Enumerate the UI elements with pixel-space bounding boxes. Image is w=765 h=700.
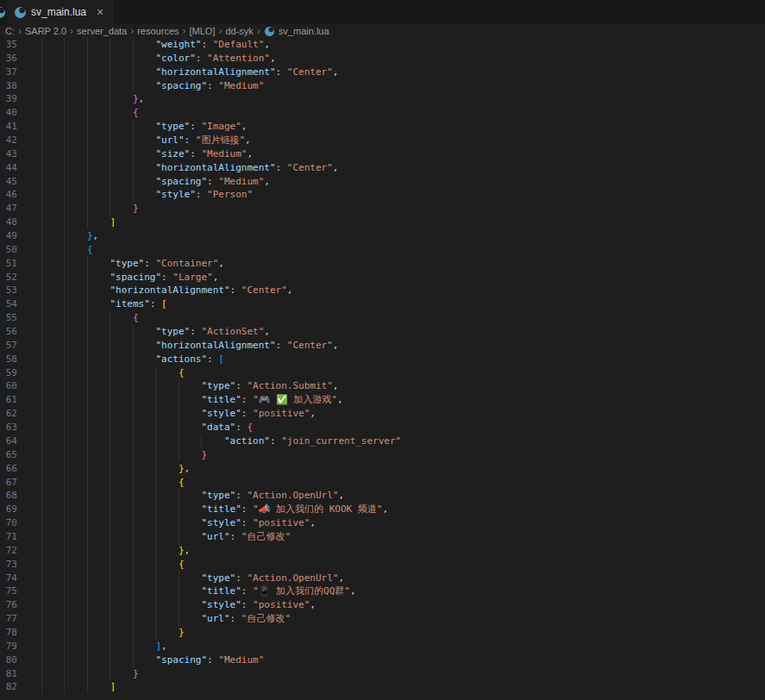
line-number[interactable]: 48 — [0, 216, 17, 229]
code-line[interactable]: 82] — [0, 680, 765, 694]
line-number[interactable]: 75 — [0, 584, 17, 598]
line-number[interactable]: 38 — [0, 79, 17, 93]
tab-sv-main-lua[interactable]: sv_main.lua × — [7, 0, 113, 24]
code-line[interactable]: 40{ — [0, 106, 765, 120]
breadcrumb-item[interactable]: server_data — [76, 26, 128, 36]
code-line[interactable]: 75"title": "📱 加入我们的QQ群", — [0, 584, 765, 598]
line-number[interactable]: 78 — [0, 626, 17, 640]
code-line[interactable]: 38"spacing": "Medium" — [0, 79, 765, 93]
code-line[interactable]: 67{ — [0, 476, 765, 490]
code-line[interactable]: 73{ — [0, 558, 765, 572]
code-line[interactable]: 78} — [0, 626, 765, 640]
code-line[interactable]: 53"horizontalAlignment": "Center", — [0, 284, 765, 297]
line-number[interactable]: 74 — [0, 572, 17, 585]
code-line[interactable]: 57"horizontalAlignment": "Center", — [0, 339, 765, 353]
line-number[interactable]: 77 — [0, 612, 17, 626]
code-line[interactable]: 58"actions": [ — [0, 353, 765, 366]
breadcrumb-item[interactable]: [MLO] — [189, 26, 216, 36]
line-number[interactable]: 42 — [0, 134, 17, 147]
code-line[interactable]: 60"type": "Action.Submit", — [0, 379, 765, 393]
code-line[interactable]: 36"color": "Attention", — [0, 52, 765, 66]
line-number[interactable]: 56 — [0, 325, 17, 339]
code-line[interactable]: 72}, — [0, 544, 765, 558]
line-number[interactable]: 37 — [0, 66, 17, 79]
breadcrumb-item[interactable]: resources — [136, 26, 179, 36]
line-number[interactable]: 41 — [0, 120, 17, 134]
breadcrumb-item[interactable]: dd-syk — [224, 26, 254, 36]
code-line[interactable]: 76"style": "positive", — [0, 598, 765, 612]
code-line[interactable]: 46"style": "Person" — [0, 188, 765, 202]
line-number[interactable]: 59 — [0, 366, 17, 380]
line-number[interactable]: 68 — [0, 489, 17, 503]
code-line[interactable]: 81} — [0, 667, 765, 681]
code-line[interactable]: 51"type": "Container", — [0, 257, 765, 271]
line-number[interactable]: 82 — [0, 680, 17, 694]
line-number[interactable]: 43 — [0, 147, 17, 161]
line-number[interactable]: 45 — [0, 175, 17, 189]
line-number[interactable]: 53 — [0, 284, 17, 297]
line-number[interactable]: 69 — [0, 503, 17, 516]
line-number[interactable]: 73 — [0, 558, 17, 572]
code-line[interactable]: 42"url": "图片链接", — [0, 134, 765, 147]
line-number[interactable]: 67 — [0, 476, 17, 490]
code-line[interactable]: 56"type": "ActionSet", — [0, 325, 765, 339]
line-number[interactable]: 63 — [0, 421, 17, 434]
code-line[interactable]: 68"type": "Action.OpenUrl", — [0, 489, 765, 503]
line-number[interactable]: 46 — [0, 188, 17, 202]
code-line[interactable]: 35"weight": "Default", — [0, 38, 765, 52]
line-number[interactable]: 40 — [0, 106, 17, 120]
line-number[interactable]: 71 — [0, 530, 17, 544]
code-line[interactable]: 64"action": "join_current_server" — [0, 434, 765, 448]
code-line[interactable]: 80"spacing": "Medium" — [0, 653, 765, 667]
partial-tab[interactable] — [0, 0, 7, 24]
code-line[interactable]: 66}, — [0, 462, 765, 476]
line-number[interactable]: 44 — [0, 161, 17, 175]
code-line[interactable]: 55{ — [0, 311, 765, 325]
code-area[interactable]: 35"weight": "Default",36"color": "Attent… — [0, 38, 765, 694]
code-line[interactable]: 54"items": [ — [0, 297, 765, 311]
line-number[interactable]: 39 — [0, 92, 17, 106]
code-line[interactable]: 77"url": "自己修改" — [0, 612, 765, 626]
line-number[interactable]: 64 — [0, 434, 17, 448]
code-line[interactable]: 61"title": "🎮 ✅ 加入游戏", — [0, 393, 765, 407]
code-line[interactable]: 45"spacing": "Medium", — [0, 175, 765, 189]
line-number[interactable]: 65 — [0, 448, 17, 462]
code-line[interactable]: 39}, — [0, 92, 765, 106]
line-number[interactable]: 52 — [0, 271, 17, 284]
code-line[interactable]: 52"spacing": "Large", — [0, 271, 765, 284]
breadcrumb-item[interactable]: C: — [4, 26, 16, 36]
line-number[interactable]: 62 — [0, 407, 17, 421]
code-line[interactable]: 69"title": "📣 加入我们的 KOOK 频道", — [0, 503, 765, 516]
code-line[interactable]: 71"url": "自己修改" — [0, 530, 765, 544]
line-number[interactable]: 80 — [0, 653, 17, 667]
line-number[interactable]: 58 — [0, 353, 17, 366]
code-line[interactable]: 48] — [0, 216, 765, 229]
line-number[interactable]: 35 — [0, 38, 17, 52]
tab-close-icon[interactable]: × — [97, 6, 103, 18]
line-number[interactable]: 79 — [0, 640, 17, 653]
line-number[interactable]: 57 — [0, 339, 17, 353]
line-number[interactable]: 36 — [0, 52, 17, 66]
line-number[interactable]: 51 — [0, 257, 17, 271]
breadcrumb-item[interactable]: SARP 2.0 — [24, 26, 67, 36]
code-line[interactable]: 65} — [0, 448, 765, 462]
line-number[interactable]: 49 — [0, 229, 17, 243]
code-editor[interactable]: 35"weight": "Default",36"color": "Attent… — [0, 38, 765, 700]
code-line[interactable]: 43"size": "Medium", — [0, 147, 765, 161]
code-line[interactable]: 49}, — [0, 229, 765, 243]
line-number[interactable]: 60 — [0, 379, 17, 393]
breadcrumb-item[interactable]: sv_main.lua — [278, 26, 330, 36]
code-line[interactable]: 70"style": "positive", — [0, 516, 765, 530]
line-number[interactable]: 47 — [0, 202, 17, 216]
line-number[interactable]: 66 — [0, 462, 17, 476]
code-line[interactable]: 62"style": "positive", — [0, 407, 765, 421]
line-number[interactable]: 81 — [0, 667, 17, 681]
code-line[interactable]: 41"type": "Image", — [0, 120, 765, 134]
line-number[interactable]: 70 — [0, 516, 17, 530]
code-line[interactable]: 37"horizontalAlignment": "Center", — [0, 66, 765, 79]
code-line[interactable]: 79], — [0, 640, 765, 653]
line-number[interactable]: 50 — [0, 243, 17, 257]
code-line[interactable]: 74"type": "Action.OpenUrl", — [0, 572, 765, 585]
line-number[interactable]: 61 — [0, 393, 17, 407]
code-line[interactable]: 47} — [0, 202, 765, 216]
